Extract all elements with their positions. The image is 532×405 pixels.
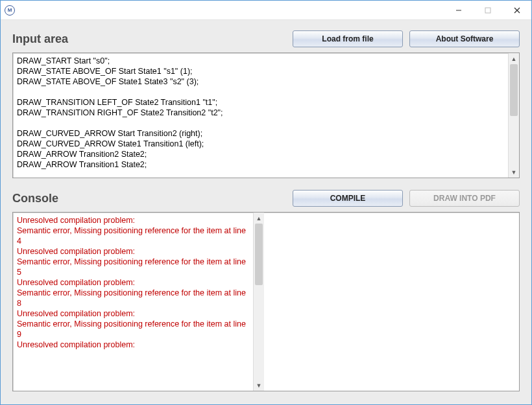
scroll-track[interactable]: [509, 64, 519, 167]
app-window: M Input area Load from file About Softwa…: [0, 0, 532, 405]
input-text[interactable]: DRAW_START Start "s0"; DRAW_STATE ABOVE_…: [13, 53, 508, 178]
input-scrollbar[interactable]: ▲ ▼: [508, 53, 519, 178]
console-title: Console: [12, 192, 58, 205]
compile-button[interactable]: COMPILE: [293, 190, 403, 207]
close-icon: [514, 7, 520, 14]
load-from-file-button[interactable]: Load from file: [293, 30, 403, 47]
window-controls: [444, 1, 531, 19]
scroll-thumb[interactable]: [255, 224, 263, 285]
console-scrollbar[interactable]: ▲ ▼: [253, 213, 264, 391]
scroll-down-icon[interactable]: ▼: [254, 380, 264, 391]
scroll-thumb[interactable]: [510, 64, 518, 116]
titlebar: M: [1, 1, 531, 20]
minimize-button[interactable]: [444, 1, 473, 19]
scroll-down-icon[interactable]: ▼: [509, 167, 519, 178]
input-header: Input area Load from file About Software: [12, 30, 520, 47]
maximize-button: [473, 1, 502, 19]
content-area: Input area Load from file About Software…: [1, 20, 531, 404]
svg-rect-1: [485, 8, 490, 13]
console-textbox[interactable]: Unresolved compilation problem: Semantic…: [12, 212, 520, 391]
scroll-track[interactable]: [254, 224, 264, 380]
input-title: Input area: [12, 32, 68, 46]
maximize-icon: [485, 7, 491, 14]
input-textbox[interactable]: DRAW_START Start "s0"; DRAW_STATE ABOVE_…: [12, 52, 520, 178]
scroll-up-icon[interactable]: ▲: [254, 213, 264, 224]
scroll-up-icon[interactable]: ▲: [509, 53, 519, 64]
console-text: Unresolved compilation problem: Semantic…: [13, 213, 253, 391]
about-software-button[interactable]: About Software: [409, 30, 520, 47]
draw-into-pdf-button: DRAW INTO PDF: [409, 190, 520, 207]
app-icon: M: [5, 5, 15, 16]
minimize-icon: [455, 7, 462, 14]
close-button[interactable]: [502, 1, 531, 19]
console-header: Console COMPILE DRAW INTO PDF: [12, 190, 520, 207]
